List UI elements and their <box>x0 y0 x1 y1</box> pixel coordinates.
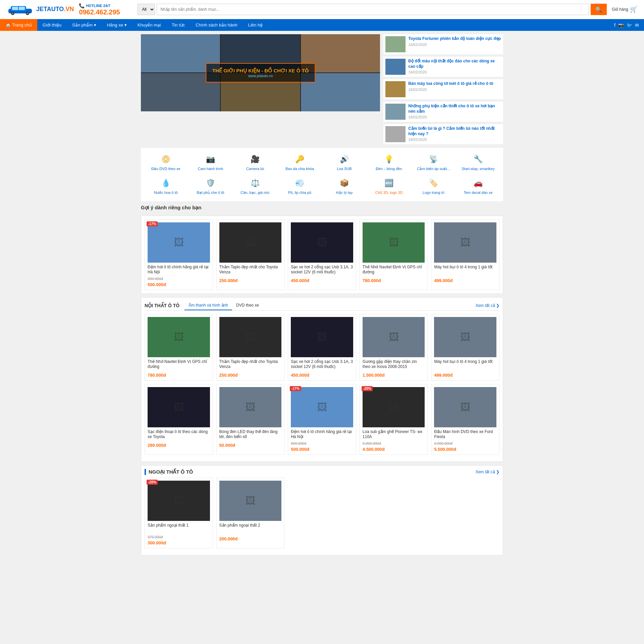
category-item-5[interactable]: 💡 Đèn – bóng đèn <box>368 152 410 173</box>
product-card-noi-that-row2-2[interactable]: -17% 🖼 Đệm hơi ô tô chính hãng giá rẻ tạ… <box>288 384 356 455</box>
cat-icon-0: 📀 <box>159 154 173 165</box>
news-item-2[interactable]: Bán máy tua công tơ mét ô tô giá rẻ cho … <box>383 79 503 100</box>
car-logo-icon <box>7 3 34 16</box>
nav-item-contact[interactable]: Liên hệ <box>243 19 268 31</box>
news-item-0[interactable]: Toyota Fortuner phiên bản độ toàn diện c… <box>383 34 503 55</box>
search-category-select[interactable]: All <box>138 4 155 15</box>
category-item-9[interactable]: 🛡️ Bạt phủ che ô tô <box>190 176 231 197</box>
search-button[interactable]: 🔍 <box>591 4 607 15</box>
product-card-noi-that-row2-4[interactable]: 🖼 Đầu Màn hình DVD theo xe Ford Fiesta 6… <box>431 384 499 455</box>
cat-label-12: Hộc tỳ tay <box>336 190 353 195</box>
cat-icon-1: 📷 <box>204 154 217 165</box>
search-area: All 🔍 <box>138 4 607 15</box>
product-card-noi-that-row2-3[interactable]: -20% 🖼 Loa sub gầm ghế Pioneer TS- wx 11… <box>360 384 428 455</box>
product-image-placeholder: 🖼 <box>460 237 470 248</box>
hotline-number: 0962.462.295 <box>79 8 132 16</box>
nav-item-home[interactable]: 🏠 Trang chủ <box>0 19 37 31</box>
noi-that-row1: 🖼 Thẻ Nhớ Navitel Định Vị GPS chỉ đường … <box>145 314 499 381</box>
product-image-placeholder: 🖼 <box>460 401 470 413</box>
category-item-11[interactable]: 💨 Pô, lip chia pô <box>279 176 321 197</box>
product-image: 🖼 <box>148 387 210 427</box>
product-card-rec-grid-2[interactable]: 🖼 Sạc xe hơi 2 cổng sạc Usb 3.1A, 3 sock… <box>288 219 356 290</box>
email-link[interactable]: ✉ <box>635 22 639 28</box>
product-card-ngoai-that-grid-1[interactable]: 🖼 Sản phẩm ngoại thất 2 200.000đ <box>216 478 285 548</box>
news-item-3[interactable]: Những phụ kiện cần thiết cho ô tô xe hơi… <box>383 102 503 122</box>
category-item-14[interactable]: 🏷️ Logo trang trí <box>413 176 454 197</box>
cat-label-1: Cam hành trình <box>198 166 223 171</box>
hotline-label: HOTLINE 24/7 <box>86 4 110 8</box>
nav-item-about[interactable]: Giới thiệu <box>37 19 67 31</box>
product-card-ngoai-that-grid-0[interactable]: -20% 🖼 Sản phẩm ngoại thất 1 375.000đ 30… <box>145 478 213 548</box>
category-item-1[interactable]: 📷 Cam hành trình <box>190 152 231 173</box>
cart-icon: 🛒 <box>630 6 637 13</box>
category-item-2[interactable]: 🎥 Camera lùi <box>234 152 276 173</box>
product-card-noi-that-row1-2[interactable]: 🖼 Sạc xe hơi 2 cổng sạc Usb 3.1A, 3 sock… <box>288 314 356 381</box>
product-card-rec-grid-1[interactable]: 🖼 Thảm Taplo đẹp nhất cho Toyota Venza 2… <box>216 219 285 290</box>
product-card-rec-grid-0[interactable]: -17% 🖼 Đệm hơi ô tô chính hãng giá rẻ tạ… <box>145 219 213 290</box>
category-item-0[interactable]: 📀 Đầu DVD theo xe <box>145 152 187 173</box>
product-badge: -20% <box>147 480 158 485</box>
product-image-placeholder: 🖼 <box>389 401 399 413</box>
product-card-rec-grid-4[interactable]: 🖼 Máy hút bụi ô tô 4 trong 1 giá tốt 499… <box>431 219 499 290</box>
instagram-link[interactable]: 📷 <box>618 22 624 28</box>
twitter-link[interactable]: 🐦 <box>627 22 632 28</box>
ngoai-that-see-all[interactable]: Xem tất cả ❯ <box>476 470 499 474</box>
product-image: 🖼 <box>434 387 496 427</box>
category-item-15[interactable]: 🚗 Tem decal dán xe <box>457 176 499 197</box>
product-image: 🖼 <box>219 481 282 521</box>
noi-that-see-all[interactable]: Xem tất cả ❯ <box>476 303 499 308</box>
product-name: Thảm Taplo đẹp nhất cho Toyota Venza <box>219 265 282 277</box>
news-date-4: 18/02/2020 <box>408 138 501 142</box>
banner-overlay: THẾ GIỚI PHỤ KIỆN - ĐỒ CHƠI XE Ô TÔ www.… <box>206 63 315 83</box>
tab-dvd[interactable]: DVD theo xe <box>232 301 263 310</box>
cart-label: Giỏ hàng <box>612 7 628 12</box>
category-item-4[interactable]: 🔊 Loa SUB <box>323 152 365 173</box>
nav-item-brands[interactable]: Hãng xe ▾ <box>102 19 132 31</box>
category-item-6[interactable]: 📡 Cảm biến áp suất... <box>413 152 454 173</box>
facebook-link[interactable]: f <box>614 22 615 28</box>
product-name: Loa sub gầm ghế Pioneer TS- wx 110A <box>363 429 425 441</box>
news-item-4[interactable]: Cảm biến lùi là gì ? Cảm biến lùi nào tố… <box>383 124 503 145</box>
product-image: 🖼 <box>363 317 425 357</box>
hotline-area: 📞 HOTLINE 24/7 0962.462.295 <box>79 3 132 16</box>
product-image: 🖼 <box>291 222 353 263</box>
product-card-noi-that-row1-3[interactable]: 🖼 Gương gập điện thay chân zin theo xe I… <box>360 314 428 381</box>
category-item-10[interactable]: ⚖️ Cân, bạc, giá nóc <box>234 176 276 197</box>
product-price: 1.500.000đ <box>363 373 425 378</box>
news-item-1[interactable]: Độ đổi màu nội thất độc đáo cho các dòng… <box>383 57 503 77</box>
product-price: 500.000đ <box>148 282 210 287</box>
product-card-noi-that-row2-0[interactable]: 🖼 Sạc điện thoại ô tô theo các dòng xe T… <box>145 384 213 455</box>
cart-area[interactable]: Giỏ hàng 🛒 <box>612 6 637 13</box>
category-item-13[interactable]: 🔤 Chữ 3D, logo 3D <box>368 176 410 197</box>
nav-item-warranty[interactable]: Chính sách bảo hành <box>190 19 243 31</box>
product-card-rec-grid-3[interactable]: 🖼 Thẻ Nhớ Navitel Định Vị GPS chỉ đường … <box>360 219 428 290</box>
cat-icon-4: 🔊 <box>338 154 351 165</box>
recommendation-section: Gợi ý dành riêng cho bạn -17% 🖼 Đệm hơi … <box>141 205 503 294</box>
product-image-placeholder: 🖼 <box>389 331 399 343</box>
category-item-8[interactable]: 💧 Nước hoa ô tô <box>145 176 187 197</box>
product-image: 🖼 <box>148 222 210 263</box>
category-item-7[interactable]: 🔧 Start-stop, smartkey <box>457 152 499 173</box>
product-name: Đệm hơi ô tô chính hãng giá rẻ tại Hà Nộ… <box>148 265 210 277</box>
cat-label-9: Bạt phủ che ô tô <box>197 190 224 195</box>
news-sidebar: Toyota Fortuner phiên bản độ toàn diện c… <box>383 34 503 145</box>
nav-item-products[interactable]: Sản phẩm ▾ <box>67 19 101 31</box>
noi-that-section: NỘI THẤT Ô TÔ Âm thanh và hình ảnh DVD t… <box>141 297 503 462</box>
news-title-3: Những phụ kiện cần thiết cho ô tô xe hơi… <box>408 104 501 114</box>
category-item-12[interactable]: 📦 Hộc tỳ tay <box>323 176 365 197</box>
cat-icon-5: 💡 <box>382 154 396 165</box>
category-item-3[interactable]: 🔑 Bao da chia khóa <box>279 152 321 173</box>
logo[interactable]: JETAUTO.VN <box>7 3 74 16</box>
nav-item-news[interactable]: Tin tức <box>166 19 190 31</box>
product-image-placeholder: 🖼 <box>460 331 470 343</box>
tab-am-thanh[interactable]: Âm thanh và hình ảnh <box>184 301 232 310</box>
nav-item-promo[interactable]: Khuyến mại <box>132 19 166 31</box>
product-card-noi-that-row2-1[interactable]: 🖼 Bóng đèn LED thay thế đèn lăng tét, đè… <box>216 384 285 455</box>
product-card-noi-that-row1-0[interactable]: 🖼 Thẻ Nhớ Navitel Định Vị GPS chỉ đường … <box>145 314 213 381</box>
search-input[interactable] <box>157 4 589 15</box>
svg-rect-3 <box>19 7 25 10</box>
product-card-noi-that-row1-1[interactable]: 🖼 Thảm Taplo đẹp nhất cho Toyota Venza 2… <box>216 314 285 381</box>
cat-label-7: Start-stop, smartkey <box>462 166 494 171</box>
product-image-placeholder: 🖼 <box>317 237 327 248</box>
product-card-noi-that-row1-4[interactable]: 🖼 Máy hút bụi ô tô 4 trong 1 giá tốt 499… <box>431 314 499 381</box>
